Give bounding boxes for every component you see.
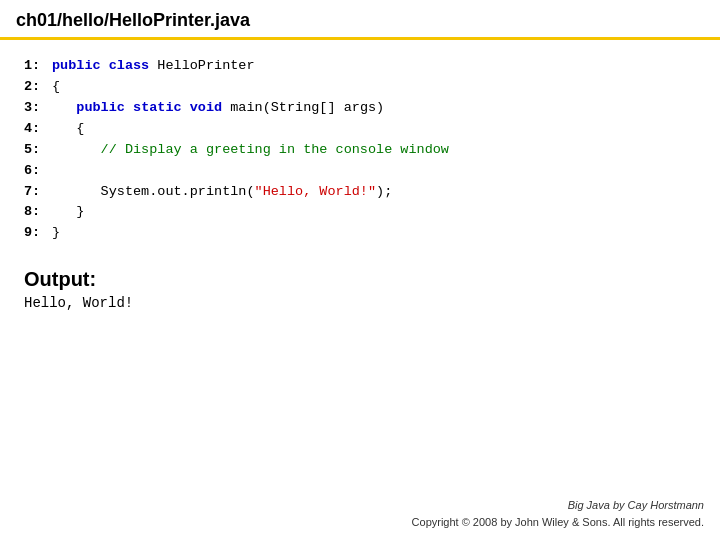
code-block: 1: public class HelloPrinter 2: { 3: pub… (24, 56, 696, 244)
output-text: Hello, World! (24, 295, 696, 311)
line-num-6: 6: (24, 161, 52, 182)
code-line-7: 7: System.out.println("Hello, World!"); (24, 182, 696, 203)
output-label: Output: (24, 268, 696, 291)
code-line-1: 1: public class HelloPrinter (24, 56, 696, 77)
code-line-2: 2: { (24, 77, 696, 98)
line-num-1: 1: (24, 56, 52, 77)
footer-book-title: Big Java by Cay Horstmann (412, 497, 704, 514)
code-line-6: 6: (24, 161, 696, 182)
line-num-5: 5: (24, 140, 52, 161)
line-num-8: 8: (24, 202, 52, 223)
line-num-9: 9: (24, 223, 52, 244)
code-text-4: { (52, 119, 84, 140)
code-line-9: 9: } (24, 223, 696, 244)
output-section: Output: Hello, World! (24, 268, 696, 311)
code-line-5: 5: // Display a greeting in the console … (24, 140, 696, 161)
code-line-3: 3: public static void main(String[] args… (24, 98, 696, 119)
code-text-3: public static void main(String[] args) (52, 98, 384, 119)
code-line-4: 4: { (24, 119, 696, 140)
code-line-8: 8: } (24, 202, 696, 223)
line-num-4: 4: (24, 119, 52, 140)
title-bar: ch01/hello/HelloPrinter.java (0, 0, 720, 40)
page-title: ch01/hello/HelloPrinter.java (16, 10, 250, 30)
footer: Big Java by Cay Horstmann Copyright © 20… (412, 497, 704, 530)
code-text-5: // Display a greeting in the console win… (52, 140, 449, 161)
line-num-3: 3: (24, 98, 52, 119)
code-text-6 (52, 161, 60, 182)
code-text-8: } (52, 202, 84, 223)
line-num-2: 2: (24, 77, 52, 98)
footer-copyright: Copyright © 2008 by John Wiley & Sons. A… (412, 514, 704, 531)
code-text-9: } (52, 223, 60, 244)
code-text-7: System.out.println("Hello, World!"); (52, 182, 392, 203)
main-content: 1: public class HelloPrinter 2: { 3: pub… (0, 40, 720, 327)
code-text-2: { (52, 77, 60, 98)
code-text-1: public class HelloPrinter (52, 56, 255, 77)
line-num-7: 7: (24, 182, 52, 203)
